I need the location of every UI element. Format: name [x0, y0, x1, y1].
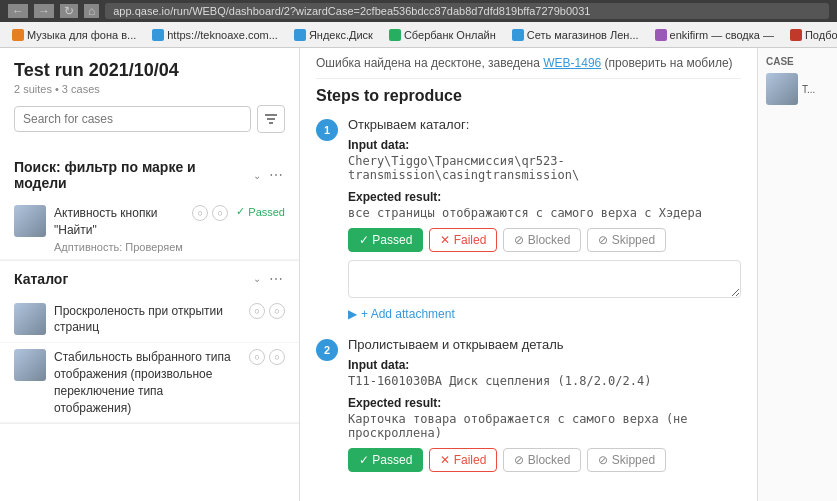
step-action-2: Пролистываем и открываем деталь: [348, 337, 741, 352]
add-attachment-label-1: + Add attachment: [361, 307, 455, 321]
case-thumb-2: [14, 303, 46, 335]
suite-collapse-button-2[interactable]: ⌄: [251, 271, 263, 286]
case-radio-3b[interactable]: ○: [269, 349, 285, 365]
bookmark-icon-network: [512, 29, 524, 41]
suite-controls-1: ⌄ ⋯: [251, 165, 285, 185]
step-action-1: Открываем каталог:: [348, 117, 741, 132]
case-item-2[interactable]: Проскроленость при открытии страниц ○ ○: [0, 297, 299, 344]
case-name-1: Активность кнопки "Найти": [54, 205, 184, 239]
right-panel-text-1: T...: [802, 83, 815, 96]
step-1: 1 Открываем каталог: Input data: Chery\T…: [316, 117, 741, 321]
address-bar[interactable]: app.qase.io/run/WEBQ/dashboard/2?wizardC…: [105, 3, 829, 19]
case-radio-1b[interactable]: ○: [212, 205, 228, 221]
search-input[interactable]: [14, 106, 251, 132]
right-panel-thumb-1: [766, 73, 798, 105]
case-radio-3a[interactable]: ○: [249, 349, 265, 365]
suite-title-2: Каталог: [14, 271, 68, 287]
case-info-3: Стабильность выбранного типа отображения…: [54, 349, 241, 416]
bookmark-label-sber: Сбербанк Онлайн: [404, 29, 496, 41]
bookmark-label-wordstat: Подбор слов: [805, 29, 837, 41]
add-attachment-button-1[interactable]: ▶ + Add attachment: [348, 307, 455, 321]
plus-circle-icon-1: ▶: [348, 307, 357, 321]
case-item-1[interactable]: Активность кнопки "Найти" Адптивность: П…: [0, 199, 299, 260]
right-panel-item-1: T...: [766, 73, 829, 105]
suite-menu-button-2[interactable]: ⋯: [267, 269, 285, 289]
step-content-2: Пролистываем и открываем деталь Input da…: [348, 337, 741, 480]
bookmark-enki[interactable]: enkifirm — сводка —: [651, 27, 778, 43]
bookmark-music[interactable]: Музыка для фона в...: [8, 27, 140, 43]
suite-header-1[interactable]: Поиск: фильтр по марке и модели ⌄ ⋯: [0, 151, 299, 199]
bookmark-network[interactable]: Сеть магазинов Лен...: [508, 27, 643, 43]
check-icon-1: ✓: [236, 205, 245, 218]
suite-collapse-button-1[interactable]: ⌄: [251, 168, 263, 183]
case-radio-1a[interactable]: ○: [192, 205, 208, 221]
home-button[interactable]: ⌂: [84, 4, 99, 18]
sidebar-header: Test run 2021/10/04 2 suites • 3 cases: [0, 48, 299, 151]
bookmark-icon-yadisk: [294, 29, 306, 41]
passed-button-1[interactable]: ✓ Passed: [348, 228, 423, 252]
reload-button[interactable]: ↻: [60, 4, 78, 18]
failed-button-2[interactable]: ✕ Failed: [429, 448, 497, 472]
error-suffix: (проверить на мобиле): [605, 56, 733, 70]
bookmark-sber[interactable]: Сбербанк Онлайн: [385, 27, 500, 43]
bookmark-icon-enki: [655, 29, 667, 41]
suite-header-left-1: Поиск: фильтр по марке и модели: [14, 159, 251, 191]
run-subtitle: 2 suites • 3 cases: [14, 83, 285, 95]
case-info-2: Проскроленость при открытии страниц: [54, 303, 241, 337]
result-buttons-2: ✓ Passed ✕ Failed ⊘ Blocked ⊘ Skipped: [348, 448, 741, 472]
case-info-1: Активность кнопки "Найти" Адптивность: П…: [54, 205, 184, 253]
bookmark-label-music: Музыка для фона в...: [27, 29, 136, 41]
error-link[interactable]: WEB-1496: [543, 56, 601, 70]
passed-badge-1: ✓ Passed: [236, 205, 285, 218]
skipped-button-1[interactable]: ⊘ Skipped: [587, 228, 666, 252]
filter-button[interactable]: [257, 105, 285, 133]
step-num-1: 1: [316, 119, 338, 141]
step-input-value-1: Chery\Tiggo\Трансмиссия\qr523-transmissi…: [348, 154, 741, 182]
bookmark-label-yadisk: Яндекс.Диск: [309, 29, 373, 41]
suite-section-2: Каталог ⌄ ⋯ Проскроленость при открытии …: [0, 261, 299, 425]
suite-controls-2: ⌄ ⋯: [251, 269, 285, 289]
forward-button[interactable]: →: [34, 4, 54, 18]
case-thumb-3: [14, 349, 46, 381]
comment-textarea-1[interactable]: [348, 260, 741, 298]
case-actions-3: ○ ○: [249, 349, 285, 365]
bookmark-teknoaxe[interactable]: https://teknoaxe.com...: [148, 27, 282, 43]
back-button[interactable]: ←: [8, 4, 28, 18]
bookmark-wordstat[interactable]: Подбор слов: [786, 27, 837, 43]
case-meta-1: Адптивность: Проверяем: [54, 241, 184, 253]
bookmark-yadisk[interactable]: Яндекс.Диск: [290, 27, 377, 43]
step-expected-label-1: Expected result:: [348, 190, 741, 204]
step-input-label-1: Input data:: [348, 138, 741, 152]
run-title: Test run 2021/10/04: [14, 60, 285, 81]
skipped-button-2[interactable]: ⊘ Skipped: [587, 448, 666, 472]
bookmark-label-network: Сеть магазинов Лен...: [527, 29, 639, 41]
case-radio-2a[interactable]: ○: [249, 303, 265, 319]
suite-menu-button-1[interactable]: ⋯: [267, 165, 285, 185]
blocked-button-2[interactable]: ⊘ Blocked: [503, 448, 581, 472]
bookmark-icon-wordstat: [790, 29, 802, 41]
step-expected-value-1: все страницы отображаются с самого верха…: [348, 206, 741, 220]
step-content-1: Открываем каталог: Input data: Chery\Tig…: [348, 117, 741, 321]
case-actions-1: ○ ○: [192, 205, 228, 221]
error-text: Ошибка найдена на десктоне, заведена: [316, 56, 540, 70]
suite-header-2[interactable]: Каталог ⌄ ⋯: [0, 261, 299, 297]
browser-chrome: ← → ↻ ⌂ app.qase.io/run/WEBQ/dashboard/2…: [0, 0, 837, 22]
suite-section-1: Поиск: фильтр по марке и модели ⌄ ⋯ Акти…: [0, 151, 299, 261]
bookmark-icon-teknoaxe: [152, 29, 164, 41]
result-buttons-1: ✓ Passed ✕ Failed ⊘ Blocked ⊘ Skipped: [348, 228, 741, 252]
failed-button-1[interactable]: ✕ Failed: [429, 228, 497, 252]
case-radio-2b[interactable]: ○: [269, 303, 285, 319]
bookmark-icon-sber: [389, 29, 401, 41]
address-text: app.qase.io/run/WEBQ/dashboard/2?wizardC…: [113, 5, 590, 17]
main-content: Ошибка найдена на десктоне, заведена WEB…: [300, 48, 757, 501]
right-panel: Case T...: [757, 48, 837, 501]
passed-button-2[interactable]: ✓ Passed: [348, 448, 423, 472]
suite-header-left-2: Каталог: [14, 271, 68, 287]
bookmark-label-teknoaxe: https://teknoaxe.com...: [167, 29, 278, 41]
blocked-button-1[interactable]: ⊘ Blocked: [503, 228, 581, 252]
step-2: 2 Пролистываем и открываем деталь Input …: [316, 337, 741, 480]
search-row: [14, 105, 285, 133]
case-status-1: Passed: [248, 206, 285, 218]
suite-title-1: Поиск: фильтр по марке и модели: [14, 159, 251, 191]
case-item-3[interactable]: Стабильность выбранного типа отображения…: [0, 343, 299, 423]
